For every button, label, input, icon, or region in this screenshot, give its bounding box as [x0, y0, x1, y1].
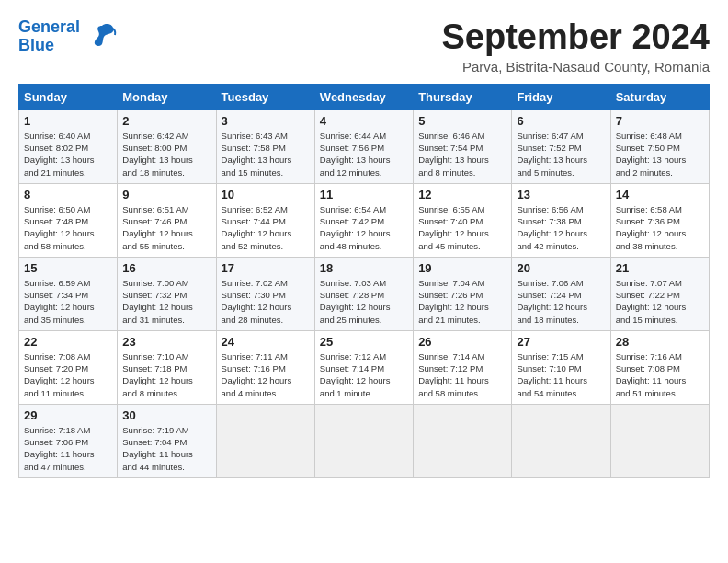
day-info: Sunrise: 7:12 AM Sunset: 7:14 PM Dayligh… [320, 350, 408, 399]
day-cell: 5Sunrise: 6:46 AM Sunset: 7:54 PM Daylig… [414, 109, 512, 183]
day-info: Sunrise: 7:14 AM Sunset: 7:12 PM Dayligh… [418, 350, 506, 399]
logo-general: General [18, 17, 80, 36]
calendar-table: SundayMondayTuesdayWednesdayThursdayFrid… [18, 84, 710, 478]
day-cell [610, 404, 709, 477]
day-number: 6 [517, 114, 605, 128]
week-row-2: 8Sunrise: 6:50 AM Sunset: 7:48 PM Daylig… [19, 183, 710, 257]
day-number: 26 [418, 335, 506, 349]
day-info: Sunrise: 6:44 AM Sunset: 7:56 PM Dayligh… [320, 130, 408, 178]
day-cell: 17Sunrise: 7:02 AM Sunset: 7:30 PM Dayli… [216, 257, 314, 330]
day-info: Sunrise: 7:06 AM Sunset: 7:24 PM Dayligh… [517, 277, 605, 326]
day-number: 21 [616, 261, 704, 275]
day-cell: 12Sunrise: 6:55 AM Sunset: 7:40 PM Dayli… [414, 183, 512, 257]
day-number: 27 [517, 335, 605, 349]
day-info: Sunrise: 6:48 AM Sunset: 7:50 PM Dayligh… [616, 130, 704, 178]
day-info: Sunrise: 6:42 AM Sunset: 8:00 PM Dayligh… [122, 130, 210, 178]
day-info: Sunrise: 7:18 AM Sunset: 7:06 PM Dayligh… [24, 424, 112, 473]
day-cell: 20Sunrise: 7:06 AM Sunset: 7:24 PM Dayli… [512, 257, 610, 330]
month-title: September 2024 [442, 18, 711, 57]
day-cell: 24Sunrise: 7:11 AM Sunset: 7:16 PM Dayli… [216, 330, 314, 404]
logo-blue: Blue [18, 37, 80, 55]
day-number: 3 [222, 114, 310, 128]
day-cell: 27Sunrise: 7:15 AM Sunset: 7:10 PM Dayli… [512, 330, 610, 404]
day-number: 15 [24, 261, 112, 275]
day-info: Sunrise: 6:46 AM Sunset: 7:54 PM Dayligh… [418, 130, 506, 178]
header-thursday: Thursday [414, 84, 512, 109]
day-number: 9 [122, 188, 210, 201]
day-cell: 8Sunrise: 6:50 AM Sunset: 7:48 PM Daylig… [19, 183, 118, 257]
day-cell: 4Sunrise: 6:44 AM Sunset: 7:56 PM Daylig… [314, 109, 413, 183]
day-cell: 7Sunrise: 6:48 AM Sunset: 7:50 PM Daylig… [610, 109, 709, 183]
day-cell [216, 404, 314, 477]
day-info: Sunrise: 6:47 AM Sunset: 7:52 PM Dayligh… [517, 130, 605, 178]
day-cell: 3Sunrise: 6:43 AM Sunset: 7:58 PM Daylig… [216, 109, 314, 183]
week-row-4: 22Sunrise: 7:08 AM Sunset: 7:20 PM Dayli… [19, 330, 710, 404]
title-block: September 2024 Parva, Bistrita-Nasaud Co… [442, 18, 711, 75]
day-number: 22 [24, 335, 112, 349]
day-info: Sunrise: 6:56 AM Sunset: 7:38 PM Dayligh… [517, 203, 605, 252]
day-number: 2 [122, 114, 210, 128]
day-info: Sunrise: 6:51 AM Sunset: 7:46 PM Dayligh… [122, 203, 210, 252]
day-info: Sunrise: 7:10 AM Sunset: 7:18 PM Dayligh… [122, 350, 210, 399]
day-number: 20 [517, 261, 605, 275]
day-cell: 30Sunrise: 7:19 AM Sunset: 7:04 PM Dayli… [118, 404, 216, 477]
day-number: 18 [320, 261, 408, 275]
day-number: 29 [24, 408, 112, 422]
day-cell: 25Sunrise: 7:12 AM Sunset: 7:14 PM Dayli… [314, 330, 413, 404]
day-cell: 19Sunrise: 7:04 AM Sunset: 7:26 PM Dayli… [414, 257, 512, 330]
day-cell [414, 404, 512, 477]
day-info: Sunrise: 7:08 AM Sunset: 7:20 PM Dayligh… [24, 350, 112, 399]
day-number: 28 [616, 335, 704, 349]
day-info: Sunrise: 6:50 AM Sunset: 7:48 PM Dayligh… [24, 203, 112, 252]
day-number: 16 [122, 261, 210, 275]
day-cell: 23Sunrise: 7:10 AM Sunset: 7:18 PM Dayli… [118, 330, 216, 404]
location: Parva, Bistrita-Nasaud County, Romania [442, 59, 711, 75]
day-cell [512, 404, 610, 477]
day-number: 11 [320, 188, 408, 201]
day-number: 30 [122, 408, 210, 422]
week-row-3: 15Sunrise: 6:59 AM Sunset: 7:34 PM Dayli… [19, 257, 710, 330]
day-info: Sunrise: 7:15 AM Sunset: 7:10 PM Dayligh… [517, 350, 605, 399]
day-cell: 29Sunrise: 7:18 AM Sunset: 7:06 PM Dayli… [19, 404, 118, 477]
day-info: Sunrise: 6:40 AM Sunset: 8:02 PM Dayligh… [24, 130, 112, 178]
day-cell [314, 404, 413, 477]
day-cell: 18Sunrise: 7:03 AM Sunset: 7:28 PM Dayli… [314, 257, 413, 330]
header-row: SundayMondayTuesdayWednesdayThursdayFrid… [19, 84, 710, 109]
week-row-5: 29Sunrise: 7:18 AM Sunset: 7:06 PM Dayli… [19, 404, 710, 477]
day-number: 4 [320, 114, 408, 128]
day-cell: 21Sunrise: 7:07 AM Sunset: 7:22 PM Dayli… [610, 257, 709, 330]
day-number: 24 [222, 335, 310, 349]
day-info: Sunrise: 7:04 AM Sunset: 7:26 PM Dayligh… [418, 277, 506, 326]
day-info: Sunrise: 6:54 AM Sunset: 7:42 PM Dayligh… [320, 203, 408, 252]
day-cell: 15Sunrise: 6:59 AM Sunset: 7:34 PM Dayli… [19, 257, 118, 330]
day-cell: 10Sunrise: 6:52 AM Sunset: 7:44 PM Dayli… [216, 183, 314, 257]
header-wednesday: Wednesday [314, 84, 413, 109]
header-sunday: Sunday [19, 84, 118, 109]
day-cell: 13Sunrise: 6:56 AM Sunset: 7:38 PM Dayli… [512, 183, 610, 257]
header-tuesday: Tuesday [216, 84, 314, 109]
day-number: 14 [616, 188, 704, 201]
day-number: 5 [418, 114, 506, 128]
week-row-1: 1Sunrise: 6:40 AM Sunset: 8:02 PM Daylig… [19, 109, 710, 183]
day-number: 25 [320, 335, 408, 349]
day-cell: 9Sunrise: 6:51 AM Sunset: 7:46 PM Daylig… [118, 183, 216, 257]
day-number: 8 [24, 188, 112, 201]
day-cell: 11Sunrise: 6:54 AM Sunset: 7:42 PM Dayli… [314, 183, 413, 257]
header: General Blue September 2024 Parva, Bistr… [18, 18, 710, 75]
day-info: Sunrise: 6:52 AM Sunset: 7:44 PM Dayligh… [222, 203, 310, 252]
day-cell: 16Sunrise: 7:00 AM Sunset: 7:32 PM Dayli… [118, 257, 216, 330]
day-cell: 14Sunrise: 6:58 AM Sunset: 7:36 PM Dayli… [610, 183, 709, 257]
day-cell: 6Sunrise: 6:47 AM Sunset: 7:52 PM Daylig… [512, 109, 610, 183]
day-number: 23 [122, 335, 210, 349]
logo-bird-icon [85, 18, 119, 55]
day-cell: 1Sunrise: 6:40 AM Sunset: 8:02 PM Daylig… [19, 109, 118, 183]
logo: General Blue [18, 18, 119, 55]
day-info: Sunrise: 6:55 AM Sunset: 7:40 PM Dayligh… [418, 203, 506, 252]
day-info: Sunrise: 7:02 AM Sunset: 7:30 PM Dayligh… [222, 277, 310, 326]
day-cell: 2Sunrise: 6:42 AM Sunset: 8:00 PM Daylig… [118, 109, 216, 183]
day-number: 12 [418, 188, 506, 201]
header-friday: Friday [512, 84, 610, 109]
day-number: 13 [517, 188, 605, 201]
header-saturday: Saturday [610, 84, 709, 109]
day-info: Sunrise: 6:58 AM Sunset: 7:36 PM Dayligh… [616, 203, 704, 252]
